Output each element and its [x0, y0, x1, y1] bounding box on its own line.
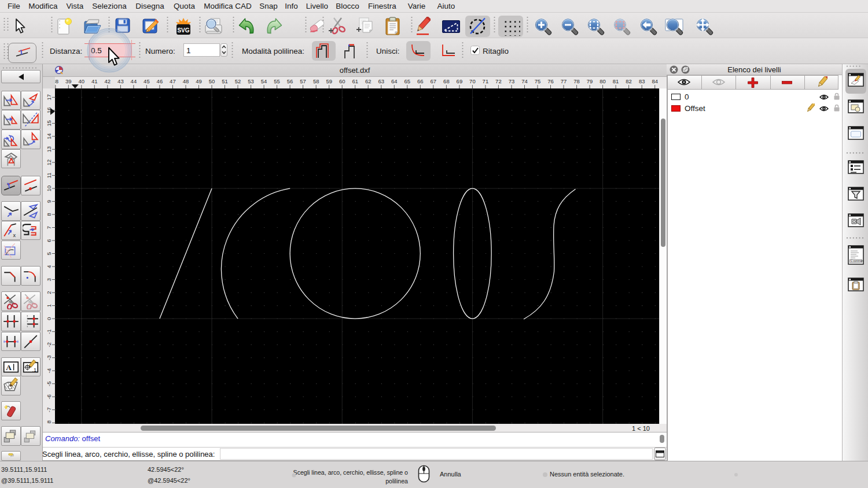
- svg-text:-1: -1: [46, 329, 52, 334]
- svg-text:42: 42: [105, 78, 111, 84]
- svg-text:-4: -4: [46, 368, 52, 373]
- svg-text:7: 7: [46, 226, 52, 229]
- svg-text:47: 47: [170, 78, 176, 84]
- svg-text:84: 84: [652, 78, 658, 84]
- svg-text:72: 72: [495, 78, 502, 84]
- svg-text:15: 15: [46, 120, 52, 127]
- svg-text:57: 57: [300, 78, 306, 84]
- svg-text:6: 6: [46, 239, 52, 242]
- svg-text:67: 67: [431, 78, 437, 84]
- svg-text:56: 56: [287, 78, 293, 84]
- svg-text:52: 52: [235, 78, 241, 84]
- svg-text:46: 46: [157, 78, 163, 84]
- svg-text:78: 78: [573, 78, 580, 84]
- svg-text:39: 39: [65, 78, 72, 84]
- svg-text:38: 38: [55, 78, 58, 84]
- svg-text:0: 0: [46, 317, 52, 320]
- svg-text:17: 17: [46, 94, 52, 101]
- svg-text:63: 63: [378, 78, 385, 84]
- svg-text:69: 69: [457, 78, 463, 84]
- svg-text:73: 73: [509, 78, 515, 84]
- svg-text:A: A: [6, 363, 12, 372]
- svg-text:44: 44: [131, 78, 137, 84]
- svg-text:62: 62: [365, 78, 372, 84]
- svg-text:4: 4: [46, 265, 52, 268]
- svg-text:58: 58: [313, 78, 319, 84]
- svg-text:74: 74: [521, 78, 528, 84]
- svg-text:76: 76: [547, 78, 554, 84]
- svg-text:.1: .1: [32, 367, 37, 372]
- svg-text:59: 59: [326, 78, 332, 84]
- svg-text:77: 77: [561, 78, 567, 84]
- svg-text:83: 83: [639, 78, 645, 84]
- svg-text:-6: -6: [46, 394, 52, 399]
- svg-text:8: 8: [46, 213, 52, 216]
- svg-text:81: 81: [613, 78, 619, 84]
- svg-text:C command: C command: [851, 260, 864, 263]
- svg-text:10: 10: [46, 186, 52, 192]
- svg-text:13: 13: [46, 146, 52, 153]
- svg-text:1: 1: [46, 304, 52, 307]
- svg-text:45: 45: [144, 78, 150, 84]
- svg-text:-5: -5: [46, 381, 52, 386]
- svg-text:61: 61: [352, 78, 358, 84]
- svg-text:43: 43: [117, 78, 124, 84]
- svg-text:SVG: SVG: [177, 27, 189, 34]
- svg-text:54: 54: [261, 78, 267, 84]
- svg-text:40: 40: [79, 78, 85, 84]
- svg-text:64: 64: [391, 78, 398, 84]
- svg-text:51: 51: [222, 78, 228, 84]
- svg-text:66: 66: [417, 78, 424, 84]
- svg-text:60: 60: [339, 78, 345, 84]
- svg-text:79: 79: [587, 78, 593, 84]
- svg-text:11: 11: [46, 172, 52, 178]
- svg-text:9: 9: [46, 200, 52, 203]
- svg-text:50: 50: [209, 78, 215, 84]
- svg-text:75: 75: [535, 78, 541, 84]
- svg-text:12: 12: [46, 160, 52, 166]
- svg-text:-2: -2: [46, 342, 52, 347]
- svg-text:x: x: [13, 232, 16, 238]
- svg-text:53: 53: [248, 78, 254, 84]
- svg-text:70: 70: [469, 78, 476, 84]
- svg-text:49: 49: [196, 78, 202, 84]
- svg-text:48: 48: [183, 78, 189, 84]
- svg-text:-7: -7: [46, 407, 52, 412]
- svg-text:65: 65: [404, 78, 411, 84]
- svg-text:41: 41: [91, 78, 98, 84]
- svg-text:14: 14: [46, 134, 52, 140]
- svg-text:55: 55: [274, 78, 280, 84]
- svg-text:2: 2: [46, 291, 52, 294]
- svg-text:-3: -3: [46, 355, 52, 360]
- svg-text:82: 82: [626, 78, 632, 84]
- svg-text:68: 68: [443, 78, 450, 84]
- svg-text:5: 5: [46, 252, 52, 255]
- svg-text:71: 71: [483, 78, 489, 84]
- svg-text:80: 80: [599, 78, 606, 84]
- svg-text:3: 3: [46, 278, 52, 281]
